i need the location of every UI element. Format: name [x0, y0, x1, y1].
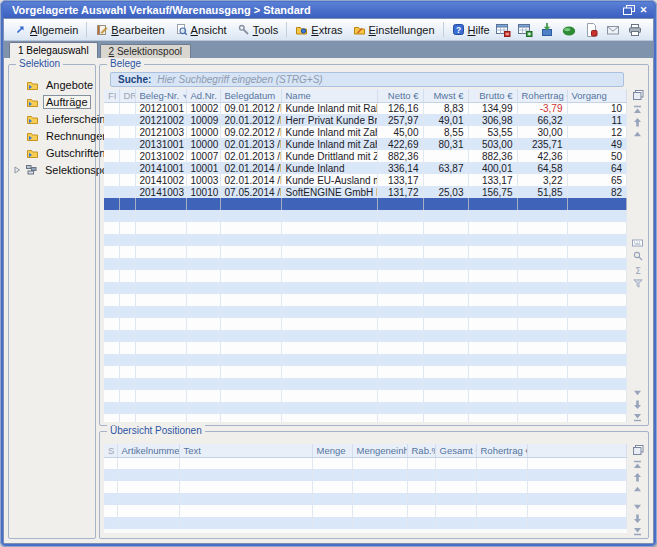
column-header-rohertrag[interactable]: Rohertrag € — [517, 89, 567, 102]
print-icon[interactable] — [627, 21, 644, 38]
column-header-brutto[interactable]: Brutto € — [468, 89, 517, 102]
filter-icon[interactable] — [633, 279, 643, 288]
table-row[interactable]: 201210021000920.01.2012 /FrHerr Privat K… — [104, 114, 627, 126]
scroll-down-small-icon[interactable] — [633, 504, 642, 510]
empty-row[interactable] — [104, 366, 627, 378]
selected-empty-row[interactable] — [104, 198, 627, 210]
empty-row[interactable] — [104, 222, 627, 234]
empty-row[interactable] — [104, 234, 627, 246]
table-row[interactable]: 201310021000702.01.2013 /MiKunde Drittla… — [104, 150, 627, 162]
empty-row[interactable] — [104, 469, 627, 481]
table-row[interactable]: 201210011000209.01.2012 /MoKunde Inland … — [104, 102, 627, 114]
menu-allgemein[interactable]: Allgemein — [9, 22, 83, 37]
new-document-icon[interactable] — [649, 21, 654, 38]
column-header-blank[interactable] — [527, 444, 627, 457]
column-header-vorgang[interactable]: Vorgang — [567, 89, 627, 102]
empty-row[interactable] — [104, 210, 627, 222]
column-header-netto[interactable]: Netto € — [377, 89, 423, 102]
empty-row[interactable] — [104, 294, 627, 306]
globe-icon[interactable] — [561, 21, 578, 38]
empty-row[interactable] — [104, 282, 627, 294]
empty-row[interactable] — [104, 457, 627, 469]
scroll-up-icon[interactable] — [633, 118, 642, 127]
column-header-mwst[interactable]: Mwst € — [423, 89, 468, 102]
extras-icon — [295, 23, 308, 36]
scroll-top-icon[interactable] — [633, 105, 642, 114]
scroll-bottom-icon[interactable] — [633, 413, 642, 422]
scroll-down-small-icon[interactable] — [633, 390, 642, 396]
menu-bearbeiten[interactable]: Bearbeiten — [90, 22, 169, 37]
column-header-artikelnummer[interactable]: Artikelnummer — [117, 444, 179, 457]
sidebar-item-selektionspools[interactable]: Selektionspools — [14, 161, 93, 178]
column-header-dr[interactable]: DR — [119, 89, 135, 102]
caret-right-icon[interactable] — [14, 166, 21, 174]
table-add-icon[interactable] — [517, 21, 534, 38]
menu-tools[interactable]: Tools — [232, 22, 284, 37]
column-header-rab[interactable]: Rab.% — [407, 444, 435, 457]
empty-row[interactable] — [104, 402, 627, 414]
column-header-mengeneinheit[interactable]: Mengeneinheit — [352, 444, 407, 457]
empty-row[interactable] — [104, 330, 627, 342]
table-row[interactable]: 201410031001007.05.2014 /MiSoftENGINE Gm… — [104, 186, 627, 198]
column-header-ad-nr[interactable]: Ad.Nr. — [186, 89, 220, 102]
table-row[interactable]: 201410011000102.01.2014 /DoKunde Inland3… — [104, 162, 627, 174]
empty-row[interactable] — [104, 306, 627, 318]
empty-row[interactable] — [104, 246, 627, 258]
menu-hilfe[interactable]: ?Hilfe — [447, 22, 495, 37]
sidebar-item-angebote[interactable]: Angebote — [14, 76, 93, 93]
search-icon[interactable] — [633, 251, 643, 261]
empty-row[interactable] — [104, 517, 627, 529]
table-row[interactable]: 201310011000002.01.2013 /MiKunde Inland … — [104, 138, 627, 150]
column-header-s[interactable]: S — [104, 444, 117, 457]
column-header-rohertrag[interactable]: Rohertrag € — [476, 444, 527, 457]
tab-belegauswahl[interactable]: 1 Belegauswahl — [9, 42, 98, 58]
column-header-beleg-nr[interactable]: Beleg-Nr. — [135, 89, 186, 102]
empty-row[interactable] — [104, 505, 627, 517]
columns-icon[interactable] — [632, 90, 644, 101]
sidebar-item-gutschriften[interactable]: Gutschriften — [14, 144, 93, 161]
scroll-down-icon[interactable] — [633, 514, 642, 523]
empty-row[interactable] — [104, 414, 627, 422]
restore-button[interactable] — [621, 3, 636, 16]
column-header-text[interactable]: Text — [179, 444, 312, 457]
table-row[interactable]: 201410021000302.01.2014 /DoKunde EU-Ausl… — [104, 174, 627, 186]
package-icon[interactable] — [539, 21, 556, 38]
empty-row[interactable] — [104, 354, 627, 366]
table-export-icon[interactable] — [495, 21, 512, 38]
column-header-fi[interactable]: FI — [104, 89, 119, 102]
empty-row[interactable] — [104, 270, 627, 282]
sidebar-item-lieferscheine[interactable]: Lieferscheine — [14, 110, 93, 127]
table-row[interactable]: 201210031000009.02.2012 /DoKunde Inland … — [104, 126, 627, 138]
scroll-bottom-icon[interactable] — [633, 527, 642, 536]
keyboard-icon[interactable] — [632, 239, 643, 247]
empty-row[interactable] — [104, 342, 627, 354]
scroll-down-icon[interactable] — [633, 400, 642, 409]
close-button[interactable]: ✕ — [636, 3, 651, 16]
document-tag-icon[interactable] — [583, 21, 600, 38]
empty-row[interactable] — [104, 318, 627, 330]
empty-row[interactable] — [104, 493, 627, 505]
sidebar-item-aufträge[interactable]: Aufträge — [14, 93, 93, 110]
empty-row[interactable] — [104, 258, 627, 270]
scroll-up-small-icon[interactable] — [633, 486, 642, 492]
scroll-up-icon[interactable] — [633, 473, 642, 482]
scroll-up-small-icon[interactable] — [633, 131, 642, 137]
empty-row[interactable] — [104, 378, 627, 390]
empty-row[interactable] — [104, 481, 627, 493]
column-header-gesamt[interactable]: Gesamt € — [435, 444, 476, 457]
search-input[interactable]: Suche: Hier Suchbegriff eingeben (STRG+S… — [110, 72, 624, 87]
menu-ansicht[interactable]: Ansicht — [170, 22, 232, 37]
column-header-name[interactable]: Name — [281, 89, 377, 102]
scroll-top-icon[interactable] — [633, 460, 642, 469]
menu-extras[interactable]: Extras — [290, 22, 347, 37]
empty-row[interactable] — [104, 390, 627, 402]
column-header-menge[interactable]: Menge — [312, 444, 352, 457]
columns-icon[interactable] — [632, 445, 644, 456]
menu-einstellungen[interactable]: Einstellungen — [348, 22, 440, 37]
mail-icon[interactable] — [605, 21, 622, 38]
sum-icon[interactable]: Σ — [633, 265, 643, 275]
cell-name: Kunde Drittland mit Zahlungskonditi — [281, 150, 377, 162]
column-header-belegdatum[interactable]: Belegdatum — [220, 89, 281, 102]
sidebar-item-rechnungen[interactable]: Rechnungen — [14, 127, 93, 144]
tab-selektionspool[interactable]: 2 Selektionspool — [100, 44, 191, 58]
